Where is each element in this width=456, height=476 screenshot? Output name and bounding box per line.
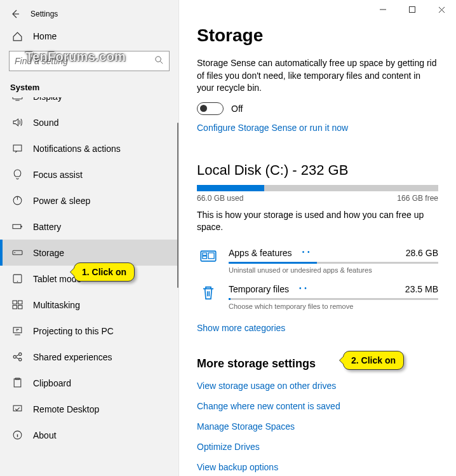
svg-rect-2	[13, 145, 22, 151]
svg-rect-1	[13, 97, 22, 99]
sidebar-item-label: Power & sleep	[33, 196, 90, 206]
search-input[interactable]	[15, 56, 154, 66]
storage-sense-toggle[interactable]	[197, 102, 224, 115]
close-button[interactable]	[427, 0, 456, 19]
sidebar-item-focus-assist[interactable]: Focus assist	[0, 161, 178, 187]
svg-point-7	[14, 252, 15, 254]
storage-category-apps[interactable]: Apps & features• • 28.6 GB Uninstall unu…	[197, 241, 438, 278]
sidebar-item-about[interactable]: About	[0, 422, 178, 448]
sidebar-item-display[interactable]: Display	[0, 97, 178, 109]
configure-storage-sense-link[interactable]: Configure Storage Sense or run it now	[197, 123, 438, 133]
svg-point-0	[156, 57, 161, 62]
display-icon	[11, 97, 23, 102]
minimize-button[interactable]	[368, 0, 398, 19]
sidebar-item-notifications[interactable]: Notifications & actions	[0, 135, 178, 161]
svg-rect-10	[13, 301, 17, 304]
svg-point-15	[13, 355, 16, 358]
sound-icon	[11, 117, 23, 128]
storage-category-sub: Uninstall unused or undesired apps & fea…	[229, 266, 438, 274]
back-button[interactable]	[3, 4, 28, 24]
loading-dots-icon: • •	[299, 285, 307, 292]
storage-icon	[11, 247, 23, 259]
sidebar-item-label: Clipboard	[33, 378, 71, 388]
toggle-label: Off	[231, 104, 243, 114]
manage-storage-spaces-link[interactable]: Manage Storage Spaces	[197, 421, 438, 432]
maximize-button[interactable]	[398, 0, 427, 19]
section-label: System	[0, 76, 178, 97]
sidebar-item-label: About	[33, 430, 57, 440]
sidebar-item-remote-desktop[interactable]: Remote Desktop	[0, 396, 178, 422]
svg-point-17	[18, 358, 21, 361]
loading-dots-icon: • •	[302, 248, 311, 255]
storage-category-name: Apps & features• •	[229, 248, 310, 258]
sidebar-header: Settings	[0, 0, 178, 24]
optimize-drives-link[interactable]: Optimize Drives	[197, 442, 438, 452]
how-description: This is how your storage is used and how…	[197, 209, 438, 234]
app-title: Settings	[30, 10, 58, 18]
sidebar-item-projecting[interactable]: Projecting to this PC	[0, 318, 178, 344]
disk-used-label: 66.0 GB used	[197, 194, 243, 203]
main-pane: Storage Storage Sense can automatically …	[179, 0, 456, 476]
home-label: Home	[33, 31, 57, 41]
sidebar-item-battery[interactable]: Battery	[0, 214, 178, 240]
search-box[interactable]	[9, 51, 170, 71]
storage-sense-description: Storage Sense can automatically free up …	[197, 57, 438, 95]
storage-category-size: 28.6 GB	[406, 248, 438, 258]
storage-category-size: 23.5 MB	[405, 284, 438, 294]
svg-rect-14	[13, 327, 22, 333]
sidebar-item-label: Notifications & actions	[33, 144, 121, 154]
sidebar-item-shared-experiences[interactable]: Shared experiences	[0, 344, 178, 370]
search-icon	[154, 55, 164, 67]
sidebar-item-storage[interactable]: Storage	[0, 240, 178, 266]
sidebar-item-sound[interactable]: Sound	[0, 109, 178, 135]
disk-free-label: 166 GB free	[397, 194, 438, 203]
sidebar-item-label: Storage	[33, 248, 64, 258]
clipboard-icon	[11, 377, 23, 389]
svg-rect-6	[13, 250, 22, 254]
home-button[interactable]: Home	[0, 24, 178, 48]
svg-rect-26	[208, 253, 214, 259]
about-icon	[11, 430, 23, 441]
arrow-left-icon	[10, 9, 20, 19]
storage-category-sub: Choose which temporary files to remove	[229, 303, 438, 310]
svg-rect-12	[13, 306, 17, 309]
projecting-icon	[11, 325, 23, 337]
power-icon	[11, 195, 23, 207]
change-save-location-link[interactable]: Change where new content is saved	[197, 401, 438, 411]
sidebar-item-power-sleep[interactable]: Power & sleep	[0, 187, 178, 214]
scrollbar[interactable]	[177, 123, 178, 288]
view-other-drives-link[interactable]: View storage usage on other drives	[197, 381, 438, 391]
shared-icon	[11, 351, 23, 363]
multitasking-icon	[11, 299, 23, 311]
callout-1: 1. Click on	[74, 262, 135, 282]
svg-rect-22	[410, 7, 415, 13]
svg-rect-24	[203, 253, 207, 255]
sidebar-item-label: Sound	[33, 118, 58, 128]
tablet-icon	[11, 273, 23, 285]
page-title: Storage	[197, 25, 438, 46]
trash-icon	[197, 284, 220, 310]
nav: Display Sound Notifications & actions Fo…	[0, 97, 178, 476]
sidebar: Settings Home System Display	[0, 0, 179, 476]
sidebar-item-clipboard[interactable]: Clipboard	[0, 370, 178, 396]
focus-assist-icon	[11, 169, 23, 180]
sidebar-item-multitasking[interactable]: Multitasking	[0, 292, 178, 318]
view-backup-options-link[interactable]: View backup options	[197, 462, 438, 472]
storage-category-name: Temporary files• •	[229, 284, 307, 294]
svg-rect-18	[14, 379, 21, 387]
svg-rect-5	[20, 226, 22, 227]
storage-category-temp[interactable]: Temporary files• • 23.5 MB Choose which …	[197, 278, 438, 314]
show-more-categories-link[interactable]: Show more categories	[197, 323, 285, 333]
home-icon	[11, 31, 23, 42]
disk-usage-labels: 66.0 GB used 166 GB free	[197, 194, 438, 203]
titlebar	[179, 0, 456, 23]
callout-2: 2. Click on	[343, 351, 404, 370]
sidebar-item-label: Multitasking	[33, 300, 80, 310]
svg-point-9	[17, 281, 17, 282]
sidebar-item-label: Focus assist	[33, 170, 83, 180]
apps-icon	[197, 248, 220, 274]
sidebar-item-label: Battery	[33, 222, 61, 232]
sidebar-item-label: Display	[33, 97, 62, 102]
svg-rect-13	[18, 306, 22, 309]
remote-desktop-icon	[11, 404, 23, 415]
